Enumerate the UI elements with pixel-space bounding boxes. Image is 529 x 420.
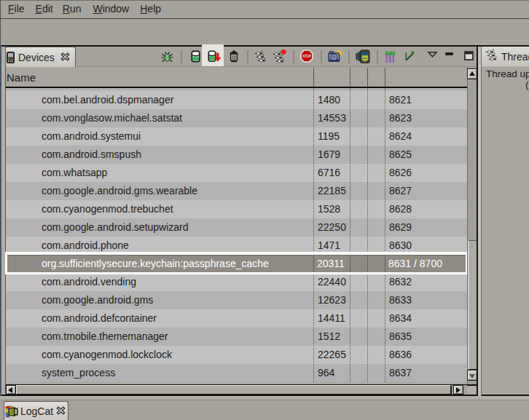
svg-text:STOP: STOP — [302, 54, 311, 58]
